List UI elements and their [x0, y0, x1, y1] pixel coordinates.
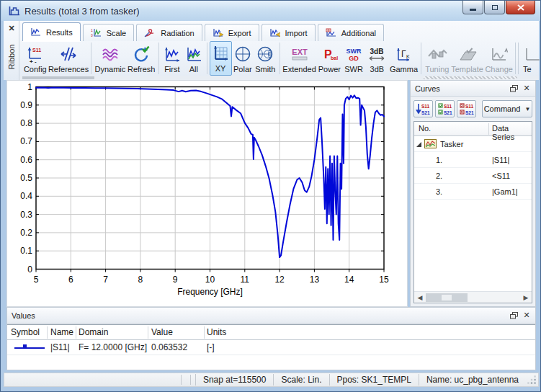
svg-text:7: 7: [103, 275, 108, 285]
references-button[interactable]: References: [48, 41, 89, 76]
svg-text:S11: S11: [465, 104, 474, 109]
check-all-sparams-button[interactable]: S11 S21: [435, 100, 455, 117]
scroll-right-icon[interactable]: ▶: [520, 294, 532, 301]
power-button[interactable]: P bal Power: [317, 41, 342, 76]
tab-export[interactable]: Export: [205, 24, 259, 41]
extended-button[interactable]: EXT Extended: [282, 41, 316, 76]
3db-icon: 3dB: [367, 45, 387, 64]
tab-radiation[interactable]: Radiation: [136, 24, 202, 41]
select-sparams-button[interactable]: S11 S21: [413, 100, 433, 117]
close-panel-button[interactable]: ✕: [521, 310, 532, 321]
command-dropdown[interactable]: Command ▼: [482, 100, 532, 117]
float-panel-button[interactable]: [508, 83, 519, 94]
first-button[interactable]: First: [161, 41, 183, 76]
app-icon: [8, 6, 20, 17]
svg-text:EXT: EXT: [292, 48, 308, 56]
swr-button[interactable]: SWR GD SWR: [342, 41, 365, 76]
refresh-button[interactable]: Refresh: [127, 41, 156, 76]
ribbon-side-label: Ribbon: [7, 35, 16, 79]
ribbon-toolbar: S11 + - Config References: [22, 41, 541, 76]
value-row-s11[interactable]: |S11| F= 12.0000 [GHz] 0.063532 [-]: [7, 340, 535, 355]
tab-results[interactable]: Results: [22, 22, 81, 41]
radiation-tab-icon: [144, 28, 156, 37]
polar-plot-icon: [233, 45, 252, 64]
s11-xy-chart[interactable]: 5678910111213141500.10.20.30.40.50.60.70…: [7, 81, 407, 306]
tree-group-label: Tasker: [440, 140, 463, 148]
curves-horizontal-scrollbar[interactable]: ◀ ▶: [414, 291, 532, 303]
ribbon-side-strip: ✕ Ribbon: [4, 21, 19, 80]
tuning-icon: [426, 45, 448, 64]
tab-additional[interactable]: Additional: [318, 24, 384, 41]
scrollbar-thumb[interactable]: [426, 293, 468, 302]
svg-text:S11: S11: [421, 104, 430, 109]
xy-button[interactable]: XY: [210, 41, 232, 76]
svg-text:S21: S21: [465, 110, 474, 115]
tasker-icon: [424, 139, 437, 148]
curves-toolbar: S11 S21 S11 S21 S11: [411, 97, 535, 120]
tab-scale[interactable]: 1 0 Scale: [83, 24, 135, 41]
tab-import[interactable]: Import: [261, 24, 316, 41]
svg-text:0.5: 0.5: [20, 173, 32, 183]
svg-text:1: 1: [91, 28, 93, 32]
refresh-icon: [132, 45, 151, 64]
svg-text:0: 0: [27, 264, 32, 275]
svg-text:6: 6: [68, 275, 73, 285]
config-button[interactable]: S11 + - Config: [22, 41, 48, 76]
svg-text:0.9: 0.9: [20, 100, 32, 110]
tree-group-tasker[interactable]: Tasker: [414, 136, 532, 152]
3db-button[interactable]: 3dB 3dB: [365, 41, 388, 76]
scroll-left-icon[interactable]: ◀: [414, 294, 426, 301]
svg-text:5: 5: [34, 275, 39, 285]
change-icon: [489, 45, 509, 64]
column-units: Units: [207, 327, 226, 337]
polar-button[interactable]: Polar: [232, 41, 254, 76]
status-snap: Snap at=115500: [195, 374, 274, 386]
curves-table: No. Data Series Tasker 1. |S11| 2. <S11: [413, 121, 532, 303]
curve-row-1[interactable]: 1. |S11|: [414, 152, 532, 168]
svg-text:Frequency [GHz]: Frequency [GHz]: [177, 287, 243, 297]
tree-expand-icon[interactable]: [416, 142, 421, 147]
minimize-button[interactable]: [462, 1, 483, 14]
additional-tab-icon: [326, 28, 336, 37]
float-panel-button[interactable]: [508, 310, 519, 321]
sparam-arrow-icon: S11 S21: [416, 102, 432, 116]
swr-icon: SWR GD: [344, 45, 364, 64]
first-icon: [164, 45, 181, 64]
all-button[interactable]: All: [183, 41, 205, 76]
gamma-button[interactable]: Γ K Gamma: [388, 41, 419, 76]
svg-text:13: 13: [310, 275, 320, 285]
overflow-button[interactable]: Te: [520, 41, 541, 76]
curves-table-header: No. Data Series: [414, 122, 532, 136]
svg-text:K: K: [406, 54, 410, 59]
curve-row-2[interactable]: 2. <S11: [414, 168, 532, 184]
float-icon: [510, 85, 518, 92]
dynamic-button[interactable]: Dynamic: [94, 41, 126, 76]
scale-tab-icon: 1 0: [91, 28, 102, 37]
resize-grip[interactable]: [526, 374, 537, 386]
svg-text:12: 12: [274, 275, 285, 285]
close-panel-button[interactable]: ✕: [521, 83, 532, 94]
close-icon: [517, 4, 524, 11]
svg-text:11: 11: [241, 275, 250, 285]
float-icon: [510, 312, 518, 319]
close-button[interactable]: [506, 1, 535, 14]
uncheck-all-sparams-button[interactable]: S11 S21: [457, 100, 476, 117]
svg-text:3dB: 3dB: [370, 48, 384, 55]
svg-text:14: 14: [344, 275, 354, 285]
chevron-down-icon: ▼: [524, 106, 530, 112]
ribbon-tabs: Results 1 0 Scale Radiation: [22, 22, 386, 41]
maximize-button[interactable]: [484, 1, 505, 14]
values-panel: Values ✕ Symbol Name Domain Value Units: [6, 307, 536, 370]
svg-text:8: 8: [138, 275, 143, 285]
ribbon-close-button[interactable]: ✕: [6, 23, 17, 35]
column-no: No.: [419, 124, 431, 133]
svg-text:15: 15: [379, 275, 389, 285]
smith-button[interactable]: Smith: [254, 41, 277, 76]
import-tab-icon: [269, 28, 280, 37]
curves-panel: Curves ✕ S11 S21 S1: [410, 80, 536, 307]
values-table-header: Symbol Name Domain Value Units: [7, 325, 535, 340]
curve-row-3[interactable]: 3. |Gam1|: [414, 184, 532, 200]
power-icon: P bal: [320, 45, 339, 64]
column-symbol: Symbol: [11, 327, 40, 337]
svg-text:1: 1: [27, 82, 32, 92]
